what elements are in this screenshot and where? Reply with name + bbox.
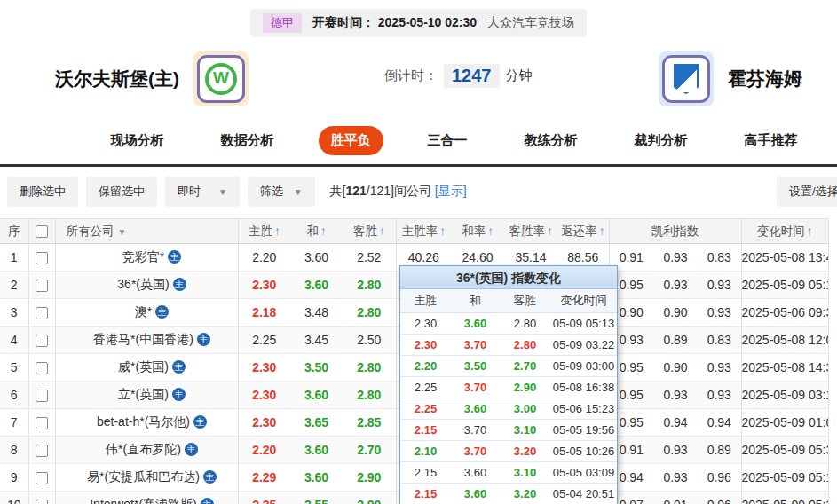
away-odds: 2.50 — [343, 327, 396, 354]
row-checkbox[interactable] — [36, 280, 48, 292]
popup-change-time: 05-04 20:51 — [550, 487, 617, 500]
kelly-draw: 0.93 — [653, 437, 698, 464]
popup-change-time: 05-09 03:22 — [550, 338, 617, 351]
kelly-away: 0.93 — [698, 272, 741, 299]
company-name[interactable]: 36*(英国)主 — [55, 272, 238, 299]
popup-away-odds: 3.00 — [500, 402, 550, 415]
row-checkbox[interactable] — [36, 307, 48, 319]
header-change-time[interactable]: 变化时间↑ — [741, 219, 828, 244]
tab-win-draw-lose[interactable]: 胜平负 — [319, 126, 383, 155]
tab-data-analysis[interactable]: 数据分析 — [209, 126, 287, 155]
row-index: 9 — [0, 464, 28, 492]
header-away-odds[interactable]: 客胜↑ — [343, 219, 396, 244]
company-name[interactable]: 立*(英国)主 — [55, 382, 238, 409]
company-name[interactable]: 竞彩官*主 — [55, 244, 238, 272]
header-away-rate[interactable]: 客胜率↑ — [504, 219, 557, 244]
sort-asc-icon: ↑ — [547, 224, 553, 238]
header-company[interactable]: 所有公司▼ — [55, 219, 238, 244]
tab-coach-analysis[interactable]: 教练分析 — [512, 126, 590, 155]
kelly-draw: 0.93 — [653, 464, 698, 492]
kelly-draw: 0.93 — [653, 272, 698, 299]
home-odds: 2.30 — [238, 382, 290, 409]
popup-history-row: 2.303.602.8005-09 05:13 — [400, 313, 617, 335]
company-name[interactable]: 易*(安提瓜和巴布达)主 — [55, 464, 238, 492]
row-checkbox[interactable] — [36, 472, 48, 484]
home-badge-icon: 主 — [193, 415, 207, 429]
odds-change-popup: 36*(英国) 指数变化 主胜 和 客胜 变化时间 2.303.602.8005… — [399, 265, 618, 504]
home-badge-icon: 主 — [155, 305, 169, 319]
row-index: 5 — [0, 354, 28, 382]
popup-change-time: 05-08 16:38 — [550, 381, 617, 394]
popup-history-row: 2.153.703.1005-05 19:56 — [400, 420, 617, 441]
row-checkbox[interactable] — [36, 252, 48, 264]
tab-referee-analysis[interactable]: 裁判分析 — [622, 126, 700, 155]
tab-three-in-one[interactable]: 三合一 — [415, 126, 480, 155]
company-name[interactable]: 香港马*(中国香港)主 — [55, 327, 238, 354]
time-filter-dropdown[interactable]: 即时 ▼ — [165, 177, 240, 207]
row-checkbox[interactable] — [36, 500, 48, 504]
row-checkbox[interactable] — [36, 390, 48, 402]
delete-selected-button[interactable]: 删除选中 — [7, 177, 78, 207]
popup-change-time: 05-05 03:09 — [550, 466, 617, 479]
away-odds: 2.90 — [343, 464, 396, 492]
draw-odds: 3.45 — [290, 327, 343, 354]
draw-odds: 3.50 — [290, 354, 343, 382]
home-team-block: 沃尔夫斯堡(主) W — [55, 51, 249, 106]
popup-draw-odds: 3.70 — [451, 445, 500, 458]
popup-history-row: 2.253.603.0005-06 15:23 — [400, 398, 617, 420]
caret-down-icon: ▼ — [118, 227, 127, 237]
tab-expert-picks[interactable]: 高手推荐 — [732, 126, 810, 155]
company-name[interactable]: 伟*(直布罗陀)主 — [55, 437, 238, 464]
draw-odds: 3.60 — [290, 437, 343, 464]
show-link[interactable]: [显示] — [435, 184, 467, 198]
popup-history-row: 2.303.702.8005-09 03:22 — [400, 335, 617, 356]
filter-dropdown[interactable]: 筛选 ▼ — [248, 177, 315, 207]
popup-draw-odds: 3.70 — [451, 338, 500, 351]
header-draw-rate[interactable]: 和率↑ — [451, 219, 504, 244]
header-return-rate[interactable]: 返还率↑ — [557, 219, 609, 244]
select-all-checkbox[interactable] — [36, 225, 48, 238]
popup-history-row: 2.153.603.2005-04 20:51 — [400, 484, 617, 504]
kelly-away: 0.83 — [698, 244, 741, 272]
popup-home-odds: 2.15 — [400, 423, 451, 437]
home-odds: 2.20 — [238, 244, 290, 272]
change-time: 2025-05-09 05:36 — [741, 437, 828, 464]
row-index: 8 — [0, 437, 28, 464]
settings-select-button[interactable]: 设置/选择 — [777, 177, 837, 207]
home-badge-icon: 主 — [201, 498, 214, 504]
company-name[interactable]: bet-at-h*(马尔他)主 — [55, 409, 238, 437]
company-name[interactable]: Interwet*(塞浦路斯)主 — [55, 492, 238, 504]
home-odds: 2.30 — [238, 354, 290, 382]
kelly-draw: 0.90 — [653, 299, 698, 327]
popup-home-odds: 2.15 — [400, 487, 451, 500]
popup-away-odds: 3.20 — [500, 445, 550, 458]
kelly-draw: 0.89 — [653, 327, 698, 354]
header-home-rate[interactable]: 主胜率↑ — [396, 219, 451, 244]
popup-away-odds: 2.80 — [500, 317, 550, 330]
popup-home-odds: 2.25 — [400, 402, 451, 415]
popup-home-odds: 2.25 — [400, 381, 451, 394]
row-checkbox[interactable] — [36, 445, 48, 457]
popup-away-odds: 3.20 — [500, 487, 550, 500]
keep-selected-button[interactable]: 保留选中 — [86, 177, 157, 207]
popup-draw-odds: 3.70 — [451, 423, 500, 437]
shield-icon — [674, 64, 699, 94]
popup-change-time: 05-09 05:13 — [550, 317, 617, 330]
change-time: 2025-05-08 12:02 — [741, 327, 828, 354]
row-index: 6 — [0, 382, 28, 409]
company-name[interactable]: 澳*主 — [55, 299, 238, 327]
kelly-draw: 0.93 — [653, 244, 698, 272]
row-checkbox[interactable] — [36, 417, 48, 429]
draw-odds: 3.60 — [290, 272, 343, 299]
company-name[interactable]: 威*(英国)主 — [55, 354, 238, 382]
header-draw-odds[interactable]: 和↑ — [290, 219, 343, 244]
draw-odds: 3.60 — [290, 464, 343, 492]
header-home-odds[interactable]: 主胜↑ — [238, 219, 290, 244]
row-checkbox[interactable] — [36, 362, 48, 374]
row-checkbox[interactable] — [36, 335, 48, 347]
popup-draw-odds: 3.60 — [451, 402, 500, 415]
sort-asc-icon: ↑ — [807, 224, 813, 238]
home-team-logo: W — [193, 51, 249, 106]
sort-asc-icon: ↑ — [487, 224, 494, 238]
tab-live-analysis[interactable]: 现场分析 — [99, 126, 177, 155]
